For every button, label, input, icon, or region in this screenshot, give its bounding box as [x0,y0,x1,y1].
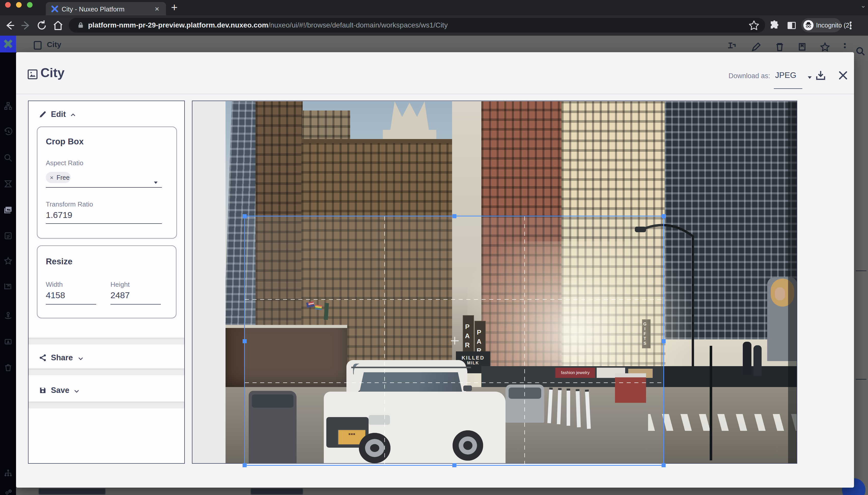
nuxeo-logo[interactable] [0,36,16,52]
new-tab-button[interactable]: + [171,1,178,14]
section-gap [29,338,184,344]
crop-handle-w[interactable] [243,339,247,343]
sidebar-item-personal-space[interactable] [3,311,13,320]
url-text: platform-nmm-pr-29-preview.platform.dev.… [88,21,448,29]
trash-icon [774,41,785,52]
extensions-puzzle-icon[interactable] [768,19,780,32]
crop-handle-e[interactable] [662,339,666,343]
input-underline [110,304,161,305]
select-underline [46,187,162,188]
sidebar-item-recents[interactable] [3,127,13,136]
aspect-ratio-label: Aspect Ratio [46,159,83,167]
resize-card: Resize Width 4158 Height 2487 [37,245,176,318]
sidebar-item-favorites[interactable] [3,256,13,265]
width-input[interactable]: 4158 [46,290,97,305]
reload-icon[interactable] [36,19,48,32]
macos-close-button[interactable] [5,2,11,7]
sidebar-item-user-settings[interactable] [3,489,13,495]
save-section-toggle[interactable]: Save [39,384,115,398]
dim-section-heading [39,489,105,495]
tab-close-icon[interactable]: × [155,4,159,13]
document-icon [33,40,43,50]
pin-icon [726,41,738,52]
crop-center-cross [454,337,455,344]
chevron-down-icon [77,355,84,362]
back-icon[interactable] [3,19,16,32]
edit-section-label: Edit [51,110,66,119]
edit-section-toggle[interactable]: Edit [39,109,115,121]
download-icon[interactable] [815,69,827,81]
transform-ratio-input[interactable]: 1.6719 [46,210,162,224]
sidebar-item-profile-card[interactable] [3,337,13,346]
transform-ratio-value: 1.6719 [46,210,72,220]
edit-panel: Edit Crop Box Aspect Ratio × Free Transf… [28,101,185,464]
sidebar-item-collections[interactable] [3,179,13,188]
thirds-guide-vertical [524,217,525,465]
macos-minimize-button[interactable] [16,2,22,7]
macos-zoom-button[interactable] [27,2,33,7]
resize-title: Resize [46,257,72,266]
crosswalk [648,414,797,431]
incognito-icon [803,20,814,30]
aspect-ratio-select[interactable] [46,178,163,188]
bookmark-star-icon[interactable] [748,19,760,32]
photo-edge-shadow [788,101,797,463]
crop-handle-sw[interactable] [243,463,247,467]
side-panel-icon[interactable] [785,19,798,32]
download-format-select[interactable]: JPEG [774,69,804,89]
close-icon[interactable] [837,69,849,81]
crop-handle-ne[interactable] [662,214,666,218]
thirds-guide-horizontal [245,299,663,300]
height-label: Height [110,280,129,289]
pedestrian [753,345,762,376]
signal-pole [710,346,712,460]
favorite-star-icon [819,41,831,52]
sidebar-item-administration[interactable] [3,468,13,478]
save-section-label: Save [51,386,69,395]
sidebar-item-templates[interactable] [3,281,13,291]
crop-handle-s[interactable] [452,463,456,467]
share-section-label: Share [51,353,73,362]
incognito-badge[interactable]: Incognito (2) [801,18,841,32]
download-format-value: JPEG [775,70,797,80]
book-icon [797,41,809,52]
page-doc-title: City [47,40,62,49]
crop-handle-se[interactable] [662,463,666,467]
forward-icon[interactable] [20,19,32,32]
image-viewer-pane: GIFTS PARK PARK KILLED MILK f [192,101,797,464]
sidebar-item-assets[interactable] [3,205,13,215]
app-sidebar [0,36,16,495]
edit-pencil-icon [750,41,762,52]
url-bar[interactable]: platform-nmm-pr-29-preview.platform.dev.… [69,18,765,33]
thirds-guide-horizontal [245,382,663,383]
browser-toolbar: platform-nmm-pr-29-preview.platform.dev.… [0,15,868,36]
image-editor-dialog: City Download as: JPEG Edit Crop Box Asp… [16,52,854,488]
browser-tab[interactable]: City - Nuxeo Platform × [46,2,166,15]
lock-icon [77,22,84,29]
header-divider [16,94,854,94]
sidebar-item-browse[interactable] [3,101,13,110]
crop-box-selection[interactable] [244,216,664,466]
sidebar-item-search[interactable] [3,153,13,163]
dim-field-line [856,379,867,380]
pedestrian [743,342,751,375]
height-value: 2487 [110,290,130,300]
crop-handle-nw[interactable] [243,214,247,218]
share-icon [39,354,47,362]
crop-box-card: Crop Box Aspect Ratio × Free Transform R… [37,126,177,239]
width-value: 4158 [46,290,65,300]
home-icon[interactable] [52,19,64,32]
thirds-guide-vertical [384,217,385,465]
height-input[interactable]: 2487 [110,290,161,305]
search-right-icon [855,46,867,57]
browser-menu-kebab-icon[interactable] [845,19,857,32]
pencil-icon [39,110,47,118]
tab-search-chevron-icon[interactable]: ⌄ [861,1,866,10]
share-section-toggle[interactable]: Share [39,352,115,366]
section-gap [29,369,184,375]
crop-handle-n[interactable] [452,214,456,218]
sidebar-item-tasks[interactable] [3,231,13,240]
input-underline [46,304,96,305]
sidebar-item-trash[interactable] [3,363,13,372]
chevron-up-icon [70,112,76,118]
